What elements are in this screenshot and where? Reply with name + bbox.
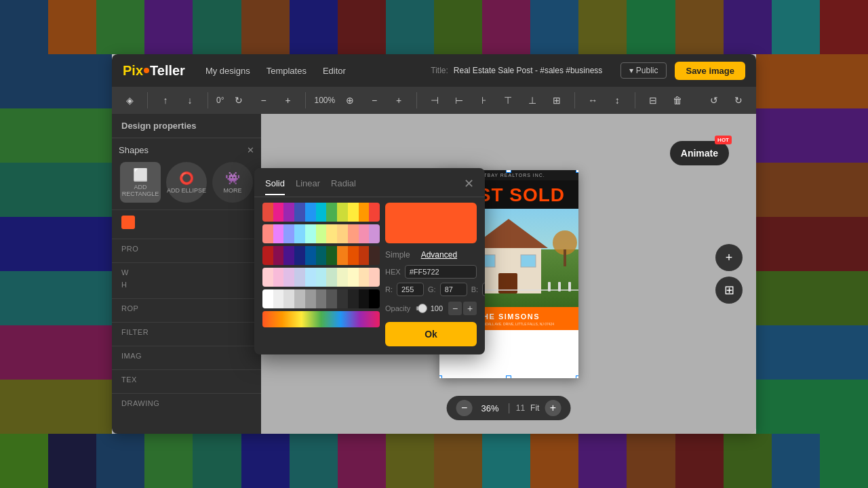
delete-icon[interactable]: 🗑 (668, 91, 687, 110)
palette-cell[interactable] (326, 224, 337, 243)
move-down-icon[interactable]: ↓ (180, 91, 199, 110)
rotate-icon[interactable]: ↻ (229, 91, 248, 110)
palette-cell[interactable] (262, 224, 273, 243)
palette-cell[interactable] (305, 246, 316, 265)
palette-cell[interactable] (283, 289, 294, 308)
align-right-icon[interactable]: ⊦ (474, 91, 493, 110)
zoom-plus-icon[interactable]: + (389, 91, 408, 110)
add-rectangle-button[interactable]: ⬜ ADD RECTANGLE (120, 162, 161, 203)
nav-my-designs[interactable]: My designs (205, 66, 250, 76)
cp-advanced-btn[interactable]: Advanced (421, 250, 457, 260)
palette-cell[interactable] (283, 224, 294, 243)
add-element-button[interactable]: + (715, 244, 743, 271)
palette-cell[interactable] (359, 268, 370, 287)
palette-cell[interactable] (294, 268, 305, 287)
palette-cell[interactable] (369, 246, 380, 265)
distribute-icon[interactable]: ⊞ (547, 91, 566, 110)
selection-handle-tm[interactable] (506, 170, 511, 173)
align-top-icon[interactable]: ⊤ (498, 91, 517, 110)
selection-handle-bl[interactable] (439, 375, 442, 378)
layer-icon[interactable]: ◈ (120, 91, 139, 110)
palette-cell[interactable] (359, 224, 370, 243)
palette-cell[interactable] (337, 224, 348, 243)
palette-cell[interactable] (283, 203, 294, 222)
cp-opacity-slider[interactable] (416, 306, 418, 310)
palette-cell[interactable] (316, 203, 327, 222)
palette-cell[interactable] (262, 268, 273, 287)
palette-cell[interactable] (369, 203, 380, 222)
palette-cell[interactable] (337, 246, 348, 265)
cp-r-input[interactable] (397, 283, 424, 296)
zoom-out-button[interactable]: − (456, 400, 473, 416)
palette-cell[interactable] (359, 289, 370, 308)
palette-cell[interactable] (305, 268, 316, 287)
palette-cell[interactable] (305, 203, 316, 222)
cp-hex-input[interactable] (405, 265, 477, 279)
align-center-icon[interactable]: ⊢ (450, 91, 469, 110)
cp-tab-solid[interactable]: Solid (265, 178, 285, 195)
palette-cell[interactable] (326, 268, 337, 287)
palette-cell[interactable] (348, 289, 359, 308)
palette-cell[interactable] (316, 268, 327, 287)
palette-cell[interactable] (305, 289, 316, 308)
palette-cell[interactable] (262, 246, 273, 265)
align-left-icon[interactable]: ⊣ (425, 91, 444, 110)
palette-cell[interactable] (348, 203, 359, 222)
nav-templates[interactable]: Templates (267, 66, 307, 76)
flip-h-icon[interactable]: ↔ (583, 91, 602, 110)
animate-button[interactable]: HOT Animate (670, 141, 729, 165)
palette-cell[interactable] (316, 246, 327, 265)
redo-icon[interactable]: ↻ (729, 91, 748, 110)
palette-cell[interactable] (316, 224, 327, 243)
fit-button[interactable]: Fit (530, 403, 539, 413)
zoom-in-button[interactable]: + (545, 400, 561, 416)
public-button[interactable]: ▾ Public (620, 62, 667, 79)
add-ellipse-button[interactable]: ⭕ ADD ELLIPSE (166, 162, 207, 203)
close-color-picker-icon[interactable]: ✕ (464, 176, 474, 197)
palette-cell[interactable] (369, 289, 380, 308)
grid-button[interactable]: ⊞ (715, 277, 743, 304)
move-up-icon[interactable]: ↑ (156, 91, 175, 110)
palette-cell[interactable] (305, 224, 316, 243)
palette-cell[interactable] (294, 246, 305, 265)
palette-cell[interactable] (262, 203, 273, 222)
palette-cell[interactable] (348, 268, 359, 287)
save-image-button[interactable]: Save image (675, 62, 745, 80)
undo-icon[interactable]: ↺ (705, 91, 724, 110)
cp-b-input[interactable] (482, 283, 485, 296)
palette-cell[interactable] (294, 224, 305, 243)
palette-cell[interactable] (326, 203, 337, 222)
palette-cell[interactable] (273, 224, 284, 243)
cp-opacity-decrease[interactable]: − (448, 302, 462, 315)
cp-ok-button[interactable]: Ok (385, 322, 477, 346)
palette-cell[interactable] (369, 224, 380, 243)
minus-icon[interactable]: − (254, 91, 273, 110)
palette-cell[interactable] (283, 246, 294, 265)
palette-cell[interactable] (337, 268, 348, 287)
group-icon[interactable]: ⊟ (644, 91, 663, 110)
palette-cell[interactable] (273, 268, 284, 287)
palette-cell[interactable] (337, 289, 348, 308)
cp-simple-btn[interactable]: Simple (385, 250, 410, 260)
cp-tab-radial[interactable]: Radial (331, 178, 356, 195)
selection-handle-bm[interactable] (506, 375, 511, 378)
cp-opacity-increase[interactable]: + (463, 302, 477, 315)
palette-cell[interactable] (337, 203, 348, 222)
selection-handle-br[interactable] (576, 375, 578, 378)
palette-cell[interactable] (369, 268, 380, 287)
palette-cell[interactable] (348, 224, 359, 243)
color-swatch[interactable] (121, 216, 135, 229)
selection-handle-tr[interactable] (576, 170, 578, 173)
palette-cell[interactable] (273, 246, 284, 265)
palette-cell[interactable] (348, 246, 359, 265)
palette-cell[interactable] (316, 289, 327, 308)
palette-cell[interactable] (326, 246, 337, 265)
close-shapes-icon[interactable]: ✕ (247, 145, 254, 155)
align-bottom-icon[interactable]: ⊥ (523, 91, 542, 110)
palette-cell[interactable] (262, 289, 273, 308)
plus-icon[interactable]: + (278, 91, 297, 110)
zoom-minus-icon[interactable]: − (365, 91, 384, 110)
flip-v-icon[interactable]: ↕ (608, 91, 627, 110)
nav-editor[interactable]: Editor (323, 66, 346, 76)
gradient-palette-cell[interactable] (262, 311, 380, 327)
